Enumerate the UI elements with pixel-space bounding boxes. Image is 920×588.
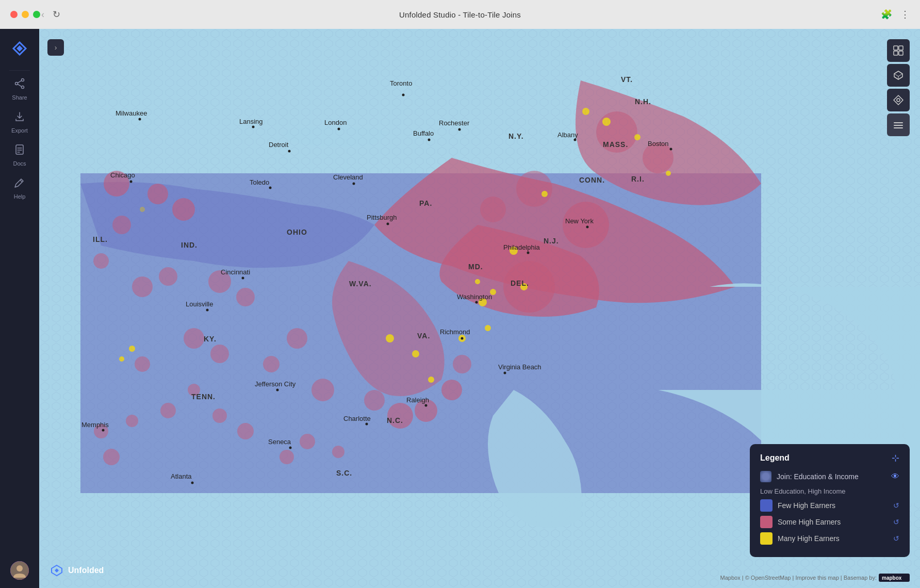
sidebar-item-export[interactable]: Export [0, 106, 39, 139]
city-dot-toronto [402, 94, 405, 96]
legend-item-few: Few High Earners ↺ [760, 499, 899, 512]
draw-button[interactable] [887, 89, 910, 111]
sidebar-item-docs-label: Docs [13, 160, 26, 167]
city-dot-pittsburgh [387, 223, 389, 225]
svg-point-80 [897, 99, 900, 102]
legend-item-few-reset[interactable]: ↺ [893, 501, 899, 510]
legend-color-some [760, 516, 773, 528]
svg-text:mapbox: mapbox [882, 575, 902, 581]
legend-header: Legend ⊹ [760, 452, 899, 464]
svg-rect-73 [894, 46, 898, 50]
share-icon [14, 78, 25, 92]
city-dot-louisville [206, 309, 209, 312]
city-dot-charlotte [366, 423, 368, 426]
svg-point-64 [160, 403, 176, 418]
svg-point-58 [300, 434, 315, 449]
user-avatar[interactable] [10, 561, 29, 580]
maximize-button[interactable] [33, 11, 40, 18]
svg-point-69 [428, 377, 434, 383]
legend-item-many-label: Many High Earners [778, 534, 888, 543]
svg-line-3 [18, 80, 22, 83]
svg-point-61 [237, 423, 254, 439]
city-dot-atlanta [191, 482, 194, 484]
city-dot-london [338, 128, 340, 130]
legend-layer-row: Join: Education & Income 👁 [760, 471, 899, 482]
city-dot-virginiabeach [504, 372, 506, 374]
extension-icon: 🧩 [881, 9, 892, 20]
refresh-button[interactable]: ↻ [53, 9, 60, 20]
window-controls [10, 11, 40, 18]
svg-line-4 [18, 84, 22, 87]
svg-line-77 [894, 74, 898, 76]
sidebar-item-share[interactable]: Share [0, 73, 39, 106]
svg-point-70 [386, 334, 394, 342]
close-button[interactable] [10, 11, 18, 18]
help-icon [14, 177, 25, 191]
menu-icon: ⋮ [900, 9, 910, 20]
legend-layer-icon [760, 471, 771, 482]
legend-item-many: Many High Earners ↺ [760, 532, 899, 545]
unfolded-watermark-text: Unfolded [68, 566, 104, 575]
svg-point-68 [412, 350, 419, 357]
legend-title: Legend [760, 453, 790, 463]
city-dot-cincinnati [242, 277, 244, 280]
svg-rect-74 [899, 46, 903, 50]
sidebar-item-help-label: Help [14, 193, 26, 200]
minimize-button[interactable] [22, 11, 29, 18]
city-dot-cleveland [353, 183, 355, 185]
city-dot-jeffersoncity [276, 389, 279, 391]
layers-button[interactable] [887, 113, 910, 136]
3d-view-button[interactable] [887, 64, 910, 87]
nav-controls: ‹ ↻ [41, 9, 60, 20]
unfolded-watermark: Unfolded [50, 563, 104, 578]
legend-panel: Legend ⊹ Join: Education & Income 👁 Low … [750, 444, 910, 557]
svg-point-0 [22, 79, 24, 81]
legend-color-few [760, 499, 773, 512]
legend-category-title: Low Education, High Income [760, 487, 899, 495]
legend-item-few-label: Few High Earners [778, 501, 888, 510]
sidebar: Share Export Docs Help [0, 29, 39, 588]
svg-point-72 [485, 325, 491, 331]
map-area[interactable]: › Toronto Rochester Buffalo Boston Alban… [39, 29, 920, 588]
legend-visibility-toggle[interactable]: 👁 [891, 472, 899, 481]
export-icon [14, 111, 25, 125]
city-dot-boston [670, 148, 672, 151]
svg-point-1 [22, 86, 24, 89]
svg-point-62 [212, 409, 227, 423]
city-dot-memphis [102, 429, 105, 432]
legend-item-some-reset[interactable]: ↺ [893, 518, 899, 526]
back-button[interactable]: ‹ [41, 9, 44, 20]
svg-rect-5 [16, 145, 23, 154]
sidebar-item-help[interactable]: Help [0, 172, 39, 205]
legend-pin-icon[interactable]: ⊹ [892, 452, 899, 464]
legend-color-many [760, 532, 773, 545]
city-dot-buffalo [428, 139, 431, 141]
city-dot-milwaukee [139, 118, 141, 121]
svg-rect-76 [899, 51, 903, 55]
sidebar-divider-1 [9, 70, 30, 71]
sidebar-item-share-label: Share [12, 94, 27, 101]
svg-line-78 [898, 74, 902, 76]
legend-item-many-reset[interactable]: ↺ [893, 534, 899, 543]
legend-item-some: Some High Earners ↺ [760, 516, 899, 528]
legend-item-some-label: Some High Earners [778, 518, 888, 526]
city-dot-washington [475, 301, 478, 304]
city-dot-toledo [269, 187, 272, 189]
city-dot-philadelphia [527, 252, 530, 254]
svg-rect-75 [894, 51, 898, 55]
collapse-sidebar-button[interactable]: › [47, 39, 64, 56]
city-dot-seneca [289, 447, 292, 449]
docs-icon [14, 144, 25, 158]
sidebar-item-docs[interactable]: Docs [0, 139, 39, 172]
window-title: Unfolded Studio - Tile-to-Tile Joins [399, 10, 521, 19]
sidebar-logo[interactable] [8, 37, 31, 60]
unfolded-watermark-logo [50, 563, 64, 578]
city-dot-rochester [458, 128, 461, 131]
svg-point-63 [188, 384, 200, 396]
city-dot-chicago [130, 181, 133, 183]
sidebar-bottom [10, 561, 29, 588]
svg-point-2 [15, 83, 18, 85]
svg-point-65 [126, 415, 138, 427]
city-dot-raleigh [425, 404, 428, 407]
map-style-button[interactable] [887, 39, 910, 62]
